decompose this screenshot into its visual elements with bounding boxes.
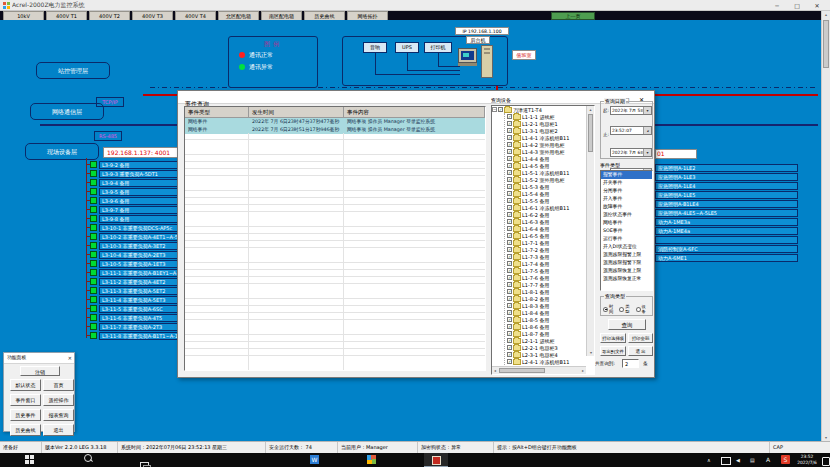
checkbox-checked-icon[interactable] xyxy=(507,289,512,294)
print-all-button[interactable]: 打印全部 xyxy=(628,333,653,343)
tree-node-label[interactable]: L1-2-1 电容柜1 xyxy=(522,121,558,127)
panel-button[interactable]: 报表查询 xyxy=(43,409,74,421)
device-bar[interactable] xyxy=(655,236,798,244)
query-type-option[interactable]: 时间 xyxy=(603,304,617,314)
event-type-item[interactable]: 遥测越限报警下限 xyxy=(601,259,652,267)
checkbox-checked-icon[interactable] xyxy=(507,170,512,175)
touch-keyboard-icon[interactable]: ▤ xyxy=(750,456,755,464)
checkbox-checked-icon[interactable] xyxy=(507,142,512,147)
tree-node-row[interactable]: L1-7-5 备用 xyxy=(507,267,594,274)
tree-node-row[interactable]: L1-8-5 备用 xyxy=(507,316,594,323)
device-bar[interactable]: 应急照明A-1LE4 xyxy=(655,182,798,190)
w-app-icon[interactable]: W xyxy=(310,455,319,464)
taskbar-clock[interactable]: 23:52 2022/7/6 xyxy=(794,454,820,466)
network-icon[interactable] xyxy=(721,457,731,465)
checkbox-checked-icon[interactable] xyxy=(507,149,512,154)
print-selected-button[interactable]: 打印选择项 xyxy=(600,333,626,343)
close-icon[interactable]: ✕ xyxy=(808,0,826,11)
event-table-row[interactable]: 网络事件 2022年 7月 6日23时47分37秒477毫秒 网络事项 操作员 … xyxy=(185,118,485,126)
tree-node-row[interactable]: L1-6-2 备用 xyxy=(507,211,594,218)
checkbox-checked-icon[interactable] xyxy=(507,247,512,252)
maximize-icon[interactable]: □ xyxy=(788,0,806,11)
tree-node-row[interactable]: L1-8-2 备用 xyxy=(507,295,594,302)
checkbox-checked-icon[interactable] xyxy=(507,205,512,210)
checkbox-checked-icon[interactable] xyxy=(507,163,512,168)
exit-button[interactable]: 退 出 xyxy=(628,346,653,356)
start-button-icon[interactable] xyxy=(25,455,34,464)
page-tab[interactable]: 历史曲线 xyxy=(304,11,345,20)
checkbox-checked-icon[interactable] xyxy=(507,359,512,364)
notification-center-icon[interactable] xyxy=(822,457,830,466)
device-tree[interactable]: − 万津道T1-T4 L1-1-1 进线柜 L1-2-1 电容柜1 xyxy=(491,105,595,375)
tree-node-row[interactable]: L1-6-3 备用 xyxy=(507,218,594,225)
tree-node-label[interactable]: L1-8-1 备用 xyxy=(522,289,550,295)
checkbox-checked-icon[interactable] xyxy=(507,275,512,280)
page-tab[interactable]: 南区配电箱 xyxy=(261,11,302,20)
export-button[interactable]: 导出到文件 xyxy=(600,346,626,356)
checkbox-checked-icon[interactable] xyxy=(507,254,512,259)
checkbox-checked-icon[interactable] xyxy=(507,268,512,273)
device-bar[interactable]: 动力A-1ME4a xyxy=(655,227,798,235)
event-type-item[interactable]: 遥测越限恢复正常 xyxy=(601,275,652,283)
tree-node-label[interactable]: L1-4-1 冷冻机组B11 xyxy=(522,135,569,141)
scrollbar-thumb[interactable] xyxy=(499,368,545,373)
app-scrollbar[interactable]: ▴ ▾ xyxy=(821,11,830,441)
scroll-down-icon[interactable]: ▾ xyxy=(587,349,595,356)
tree-node-row[interactable]: L2-3-1 电容柜4 xyxy=(507,351,594,358)
page-tab[interactable]: 400V T1 xyxy=(46,11,87,20)
device-bar[interactable]: 应急照明A-4LE5~A-5LE5 xyxy=(655,209,798,217)
panel-button[interactable]: 事件窗口 xyxy=(10,394,41,406)
checkbox-checked-icon[interactable] xyxy=(507,233,512,238)
panel-button[interactable]: 遥控操作 xyxy=(43,394,74,406)
page-tab[interactable]: 400V T4 xyxy=(175,11,216,20)
checkbox-checked-icon[interactable] xyxy=(507,128,512,133)
tree-node-row[interactable]: L1-5-5 备用 xyxy=(507,197,594,204)
checkbox-checked-icon[interactable] xyxy=(507,226,512,231)
page-tab[interactable]: 北区配电箱 xyxy=(218,11,259,20)
tree-node-row[interactable]: L1-4-1 冷冻机组B11 xyxy=(507,134,594,141)
from-date-combobox[interactable]: 2022年 7月 5日 xyxy=(610,106,652,115)
page-tab[interactable]: 10kV xyxy=(3,11,44,20)
tree-node-row[interactable]: L1-1-1 进线柜 xyxy=(507,113,594,120)
tree-vscrollbar[interactable]: ▴ ▾ xyxy=(586,106,594,356)
tree-node-label[interactable]: L1-4-3 室外用电柜 xyxy=(522,149,565,155)
tree-node-label[interactable]: L2-3-1 电容柜4 xyxy=(522,352,558,358)
checkbox-checked-icon[interactable] xyxy=(507,121,512,126)
tree-node-label[interactable]: L2-4-1 冷冻机组B11 xyxy=(522,359,569,365)
tree-node-label[interactable]: L1-8-6 备用 xyxy=(522,324,550,330)
event-type-item[interactable]: 遥控状态事件 xyxy=(601,211,652,219)
tree-root-row[interactable]: − 万津道T1-T4 xyxy=(492,106,594,113)
checkbox-checked-icon[interactable] xyxy=(507,310,512,315)
tree-node-row[interactable]: L1-5-4 备用 xyxy=(507,190,594,197)
checkbox-checked-icon[interactable] xyxy=(507,303,512,308)
tree-node-row[interactable]: L1-4-5 备用 xyxy=(507,162,594,169)
checkbox-checked-icon[interactable] xyxy=(507,338,512,343)
tree-node-row[interactable]: L1-5-2 室外用电柜 xyxy=(507,176,594,183)
radio-icon[interactable] xyxy=(603,307,608,312)
checkbox-checked-icon[interactable] xyxy=(507,135,512,140)
checkbox-checked-icon[interactable] xyxy=(507,156,512,161)
tree-node-row[interactable]: L1-7-1 备用 xyxy=(507,239,594,246)
event-type-item[interactable]: 分闸事件 xyxy=(601,187,652,195)
tree-node-row[interactable]: L1-4-2 室外用电柜 xyxy=(507,141,594,148)
tree-node-label[interactable]: L2-2-1 电容柜3 xyxy=(522,345,558,351)
tree-node-row[interactable]: L1-8-6 备用 xyxy=(507,323,594,330)
checkbox-checked-icon[interactable] xyxy=(507,282,512,287)
event-type-item[interactable]: 开入事件 xyxy=(601,195,652,203)
event-type-item[interactable]: SOE事件 xyxy=(601,227,652,235)
active-app-icon[interactable] xyxy=(424,453,448,467)
event-type-item[interactable]: 网络事件 xyxy=(601,219,652,227)
tree-node-label[interactable]: L1-3-1 电容柜2 xyxy=(522,128,558,134)
tree-node-row[interactable]: L1-3-1 电容柜2 xyxy=(507,127,594,134)
table-column-header[interactable]: 事件类型 xyxy=(185,107,249,117)
tree-node-label[interactable]: L1-6-1 冷冻机组B11 xyxy=(522,205,569,211)
panel-button[interactable]: 历史事件 xyxy=(10,409,41,421)
checkbox-checked-icon[interactable] xyxy=(507,261,512,266)
tree-node-row[interactable]: L1-5-3 备用 xyxy=(507,183,594,190)
tree-node-row[interactable]: L1-7-6 备用 xyxy=(507,274,594,281)
tree-node-row[interactable]: L2-4-1 冷冻机组B11 xyxy=(507,358,594,365)
tree-node-row[interactable]: L1-8-4 备用 xyxy=(507,309,594,316)
panel-close-icon[interactable]: ✕ xyxy=(68,353,72,363)
task-view-icon[interactable] xyxy=(140,462,149,467)
tree-node-label[interactable]: L1-5-2 室外用电柜 xyxy=(522,177,565,183)
